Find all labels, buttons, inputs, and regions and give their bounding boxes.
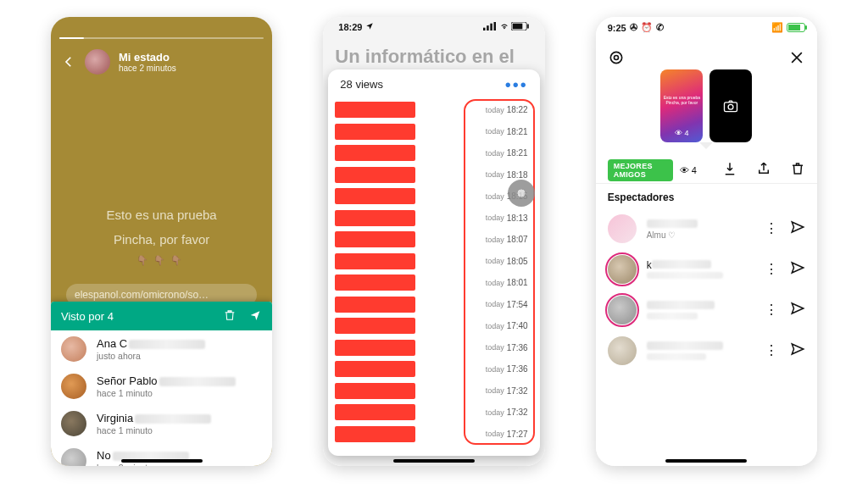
svg-point-10 bbox=[728, 104, 733, 109]
story-caret-icon bbox=[699, 142, 713, 149]
settings-icon[interactable] bbox=[608, 49, 625, 69]
alarm-icon: ⏰ bbox=[641, 22, 653, 33]
viewer-time: hace 1 minuto bbox=[97, 388, 236, 398]
delete-icon[interactable] bbox=[211, 308, 236, 324]
story-text-emojis: 👇🏽👇🏽👇🏽 bbox=[51, 252, 272, 269]
svg-rect-6 bbox=[527, 25, 529, 29]
send-icon[interactable] bbox=[790, 219, 805, 238]
viewer-time: justo ahora bbox=[97, 351, 205, 361]
redacted-name bbox=[335, 188, 415, 204]
phone-instagram: 9:25 ✇ ⏰ ✆ 📶 Esto es una prueba Pincha, … bbox=[596, 17, 817, 466]
download-icon[interactable] bbox=[710, 161, 737, 180]
story-toolbar: MEJORES AMIGOS 👁 4 bbox=[596, 159, 817, 181]
views-sheet: 28 views ••• today18:22today18:21today18… bbox=[328, 69, 539, 456]
viewer-name bbox=[647, 341, 723, 352]
status-time: 9:25 bbox=[608, 23, 626, 33]
share-icon[interactable] bbox=[744, 161, 771, 180]
story-title: Mi estado bbox=[119, 51, 176, 64]
svg-rect-2 bbox=[491, 24, 492, 30]
viewer-subtitle bbox=[647, 352, 723, 362]
viewer-row[interactable]: Ana Cjusto ahora bbox=[51, 330, 272, 368]
viewers-sheet-header: Visto por 4 bbox=[51, 302, 272, 330]
home-indicator bbox=[665, 459, 747, 463]
viewer-row[interactable]: k⋮ bbox=[596, 249, 817, 290]
viewer-avatar bbox=[61, 448, 86, 466]
story-text-line: Pincha, por favor bbox=[51, 228, 272, 252]
viewer-row[interactable]: ⋮ bbox=[596, 330, 817, 371]
phone-whatsapp: Mi estado hace 2 minutos Esto es una pru… bbox=[51, 17, 272, 466]
dnd-icon: ✇ bbox=[630, 22, 637, 33]
viewer-avatar[interactable] bbox=[608, 255, 637, 284]
viewer-name: Ana C bbox=[97, 337, 205, 350]
close-friends-badge: MEJORES AMIGOS bbox=[608, 159, 673, 181]
svg-rect-3 bbox=[494, 22, 496, 30]
viewer-row[interactable]: ⋮ bbox=[596, 290, 817, 330]
viewer-time: hace 2 minutos bbox=[97, 463, 189, 466]
viewers-count-label: Visto por 4 bbox=[61, 310, 114, 323]
redacted-name bbox=[335, 404, 415, 420]
viewer-avatar[interactable] bbox=[608, 336, 637, 365]
viewer-row[interactable]: Almu ♡⋮ bbox=[596, 208, 817, 249]
home-indicator bbox=[121, 459, 203, 463]
svg-point-8 bbox=[614, 56, 618, 60]
redacted-name bbox=[335, 383, 415, 399]
signal-icon bbox=[483, 22, 498, 32]
send-icon[interactable] bbox=[790, 260, 805, 279]
story-text-line: Esto es una prueba bbox=[51, 203, 272, 228]
viewer-avatar[interactable] bbox=[608, 296, 637, 324]
views-list[interactable]: today18:22today18:21today18:21today18:18… bbox=[328, 99, 539, 450]
send-icon[interactable] bbox=[790, 301, 805, 319]
redacted-name bbox=[335, 361, 415, 377]
story-thumbnail[interactable]: Esto es una prueba Pincha, por favor 👁 4 bbox=[660, 69, 703, 142]
story-thumb-text: Pincha, por favor bbox=[660, 100, 703, 105]
redacted-name bbox=[335, 124, 415, 140]
assistive-touch-icon[interactable] bbox=[508, 180, 535, 207]
time-column-highlight bbox=[464, 99, 535, 445]
story-age: hace 2 minutos bbox=[119, 64, 176, 73]
signal-icon: 📶 bbox=[771, 22, 783, 33]
eye-icon: 👁 bbox=[680, 165, 689, 175]
redacted-name bbox=[335, 318, 415, 334]
location-icon bbox=[365, 22, 374, 32]
view-count: 👁 4 bbox=[680, 165, 697, 175]
views-count-label: 28 views bbox=[340, 78, 383, 91]
status-time: 18:29 bbox=[338, 22, 362, 32]
whatsapp-icon: ✆ bbox=[656, 22, 664, 33]
status-bar: 9:25 ✇ ⏰ ✆ 📶 bbox=[596, 22, 817, 33]
wifi-icon bbox=[500, 22, 509, 32]
redacted-name bbox=[335, 102, 415, 118]
viewers-sheet: Visto por 4 Ana Cjusto ahoraSeñor Pabloh… bbox=[51, 302, 272, 466]
svg-rect-9 bbox=[725, 103, 737, 112]
add-story-button[interactable] bbox=[709, 69, 752, 142]
share-icon[interactable] bbox=[236, 308, 262, 324]
story-text: Esto es una prueba Pincha, por favor 👇🏽👇… bbox=[51, 203, 272, 269]
battery-icon bbox=[511, 22, 530, 32]
svg-rect-0 bbox=[483, 28, 485, 30]
redacted-name bbox=[335, 145, 415, 161]
redacted-name bbox=[335, 426, 415, 442]
viewer-avatar bbox=[61, 336, 86, 362]
back-icon[interactable] bbox=[61, 54, 76, 69]
viewer-avatar[interactable] bbox=[608, 214, 637, 243]
viewer-name: k bbox=[647, 259, 723, 271]
viewer-avatar bbox=[61, 411, 86, 436]
viewer-name bbox=[647, 219, 698, 230]
redacted-name bbox=[335, 340, 415, 356]
viewer-name: Señor Pablo bbox=[97, 374, 236, 387]
trash-icon[interactable] bbox=[778, 161, 805, 180]
redacted-name bbox=[335, 167, 415, 183]
send-icon[interactable] bbox=[790, 341, 805, 360]
redacted-name bbox=[335, 297, 415, 313]
viewer-name: Virginia bbox=[97, 412, 211, 424]
svg-point-7 bbox=[610, 52, 621, 63]
viewer-row[interactable]: Señor Pablohace 1 minuto bbox=[51, 368, 272, 405]
viewer-subtitle bbox=[647, 312, 715, 321]
viewer-name bbox=[647, 300, 715, 312]
svg-rect-5 bbox=[513, 24, 523, 30]
viewer-subtitle: Almu ♡ bbox=[647, 230, 698, 240]
close-icon[interactable] bbox=[788, 49, 805, 69]
self-avatar[interactable] bbox=[85, 49, 110, 75]
redacted-name bbox=[335, 210, 415, 226]
viewers-list: Almu ♡⋮k⋮⋮⋮ bbox=[596, 208, 817, 371]
viewer-row[interactable]: Virginiahace 1 minuto bbox=[51, 405, 272, 442]
